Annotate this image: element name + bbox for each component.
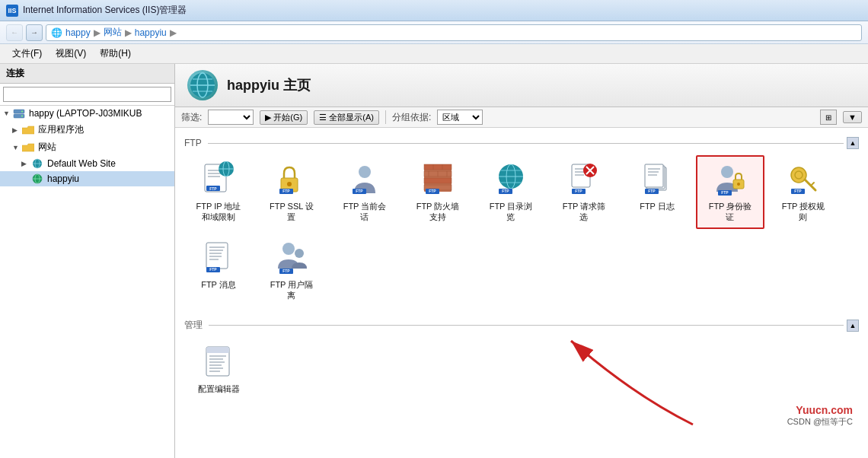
- default-site-icon: [30, 158, 44, 169]
- management-section-line: [209, 325, 844, 326]
- ftp-firewall-icon-item[interactable]: FTP FTP 防火墙支持: [404, 155, 472, 229]
- svg-text:FTP: FTP: [282, 189, 290, 193]
- tree-item-happy[interactable]: ▼ happy (LAPTOP-J03MIKUB: [0, 106, 174, 121]
- svg-text:FTP: FTP: [648, 189, 656, 193]
- sidebar-header: 连接: [0, 64, 174, 84]
- ftp-auth-rules-label: FTP 授权规则: [782, 201, 825, 223]
- svg-text:FTP: FTP: [282, 269, 290, 273]
- title-bar: IIS Internet Information Services (IIS)管…: [0, 0, 868, 21]
- server-icon: [12, 108, 26, 119]
- svg-rect-34: [424, 178, 452, 183]
- svg-point-2: [21, 111, 23, 113]
- ftp-section-header: FTP ▲: [184, 137, 859, 149]
- ftp-log-visual: FTP: [639, 161, 675, 198]
- sidebar-search-input[interactable]: [3, 87, 171, 102]
- sidebar: 连接 ▼ happy (LAPTOP-J03MIKUB ▶: [0, 64, 175, 458]
- svg-text:FTP: FTP: [356, 189, 363, 193]
- ftp-icons-grid-row2: FTP FTP 消息: [184, 234, 859, 307]
- window-title: Internet Information Services (IIS)管理器: [23, 4, 187, 17]
- watermark-sub: CSDN @恒等于C: [787, 416, 853, 428]
- content-area: happyiu 主页 筛选: ▶ 开始(G) ☰ 全部显示(A) 分组依据: 区…: [175, 64, 868, 458]
- folder-icon: [21, 125, 35, 135]
- filter-label: 筛选:: [181, 111, 202, 124]
- app-icon: IIS: [6, 5, 18, 17]
- content-header: happyiu 主页: [175, 64, 868, 107]
- svg-line-74: [805, 180, 815, 190]
- config-editor-icon-item[interactable]: 配置编辑器: [184, 338, 253, 400]
- ftp-session-icon-item[interactable]: FTP FTP 当前会话: [330, 155, 399, 229]
- back-button[interactable]: ←: [6, 24, 23, 41]
- ftp-log-icon-item[interactable]: FTP FTP 日志: [623, 155, 691, 229]
- svg-text:FTP: FTP: [429, 189, 436, 193]
- menu-view[interactable]: 视图(V): [49, 46, 92, 62]
- tree-item-sites[interactable]: ▼ 网站: [0, 138, 174, 156]
- content-title: happyiu 主页: [227, 76, 311, 94]
- tree-arrow-apppool: ▶: [12, 126, 21, 134]
- tree-arrow-sites: ▼: [12, 144, 21, 151]
- grid-view-button[interactable]: ⊞: [820, 110, 837, 125]
- start-icon: ▶: [265, 113, 271, 122]
- forward-button[interactable]: →: [26, 24, 43, 41]
- show-all-button[interactable]: ☰ 全部显示(A): [314, 110, 379, 125]
- ftp-firewall-label: FTP 防火墙支持: [416, 201, 460, 223]
- ftp-ssl-icon-item[interactable]: FTP FTP SSL 设置: [257, 155, 326, 229]
- svg-text:FTP: FTP: [575, 189, 582, 193]
- svg-rect-78: [206, 243, 228, 269]
- svg-point-25: [287, 182, 292, 186]
- tree-arrow-default: ▶: [21, 160, 30, 167]
- ftp-auth-icon-item[interactable]: FTP FTP 身份验证: [696, 155, 764, 229]
- ftp-message-visual: FTP: [200, 240, 237, 276]
- ftp-ip-visual: FTP: [200, 161, 237, 198]
- tree-label-sites: 网站: [38, 141, 56, 154]
- ftp-ip-label: FTP IP 地址和域限制: [196, 201, 241, 223]
- group-select[interactable]: 区域: [437, 110, 483, 125]
- ftp-browse-icon-item[interactable]: FTP FTP 目录浏览: [477, 155, 545, 229]
- tree-item-default-site[interactable]: ▶ Default Web Site: [0, 156, 174, 171]
- svg-text:FTP: FTP: [209, 267, 217, 272]
- svg-text:FTP: FTP: [502, 189, 509, 193]
- showall-icon: ☰: [319, 113, 327, 122]
- ftp-filter-icon-item[interactable]: FTP FTP 请求筛选: [550, 155, 618, 229]
- ftp-user-iso-icon-item[interactable]: FTP FTP 用户隔离: [257, 234, 326, 307]
- ftp-ssl-label: FTP SSL 设置: [270, 201, 314, 223]
- breadcrumb-icon: 🌐: [51, 27, 62, 38]
- breadcrumb-happy[interactable]: happy: [65, 27, 91, 38]
- svg-rect-32: [424, 164, 452, 170]
- chevron-button[interactable]: ▼: [843, 111, 862, 123]
- ftp-filter-label: FTP 请求筛选: [563, 201, 606, 223]
- ftp-browse-label: FTP 目录浏览: [490, 201, 533, 223]
- management-collapse-button[interactable]: ▲: [847, 320, 859, 332]
- toolbar: 筛选: ▶ 开始(G) ☰ 全部显示(A) 分组依据: 区域 ⊞ ▼: [175, 107, 868, 128]
- main-layout: 连接 ▼ happy (LAPTOP-J03MIKUB ▶: [0, 64, 868, 458]
- menu-file[interactable]: 文件(F): [6, 46, 48, 62]
- breadcrumb[interactable]: 🌐 happy ▶ 网站 ▶ happyiu ▶: [46, 24, 862, 41]
- watermark: Yuucn.com CSDN @恒等于C: [787, 404, 853, 428]
- ftp-collapse-button[interactable]: ▲: [847, 137, 859, 149]
- svg-rect-91: [206, 347, 229, 353]
- management-icons-grid: 配置编辑器: [184, 338, 859, 400]
- show-all-label: 全部显示(A): [329, 112, 374, 123]
- ftp-message-icon-item[interactable]: FTP FTP 消息: [184, 234, 253, 307]
- ftp-section-line: [208, 143, 844, 144]
- menu-help[interactable]: 帮助(H): [94, 46, 137, 62]
- ftp-session-label: FTP 当前会话: [343, 201, 387, 223]
- ftp-icons-grid: FTP FTP IP 地址和域限制: [184, 155, 859, 229]
- tree-item-apppool[interactable]: ▶ 应用程序池: [0, 121, 174, 138]
- ftp-ip-icon-item[interactable]: FTP FTP IP 地址和域限制: [184, 155, 253, 229]
- tree-item-happyiu[interactable]: happyiu: [0, 171, 174, 186]
- management-section-title: 管理: [184, 319, 209, 332]
- start-button[interactable]: ▶ 开始(G): [260, 110, 308, 125]
- tree-label-default: Default Web Site: [47, 158, 116, 169]
- ftp-log-label: FTP 日志: [640, 201, 675, 212]
- svg-point-69: [737, 183, 740, 186]
- ftp-message-label: FTP 消息: [201, 279, 236, 290]
- ftp-auth-rules-icon-item[interactable]: FTP FTP 授权规则: [769, 155, 838, 229]
- nav-bar: ← → 🌐 happy ▶ 网站 ▶ happyiu ▶: [0, 21, 868, 44]
- svg-line-75: [811, 183, 814, 186]
- ftp-auth-visual: FTP: [712, 161, 748, 198]
- breadcrumb-happyiu[interactable]: happyiu: [135, 27, 167, 38]
- svg-rect-61: [645, 164, 663, 187]
- filter-select[interactable]: [208, 110, 254, 125]
- group-by-label: 分组依据:: [392, 111, 431, 124]
- breadcrumb-wangzhan[interactable]: 网站: [104, 26, 122, 39]
